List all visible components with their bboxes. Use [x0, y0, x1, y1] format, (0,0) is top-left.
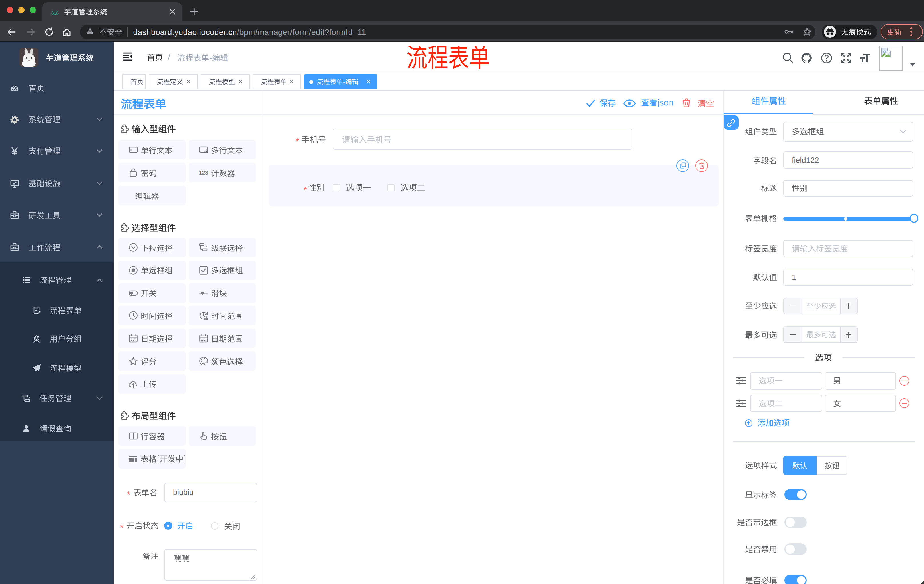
svg-text:123: 123: [199, 170, 208, 176]
